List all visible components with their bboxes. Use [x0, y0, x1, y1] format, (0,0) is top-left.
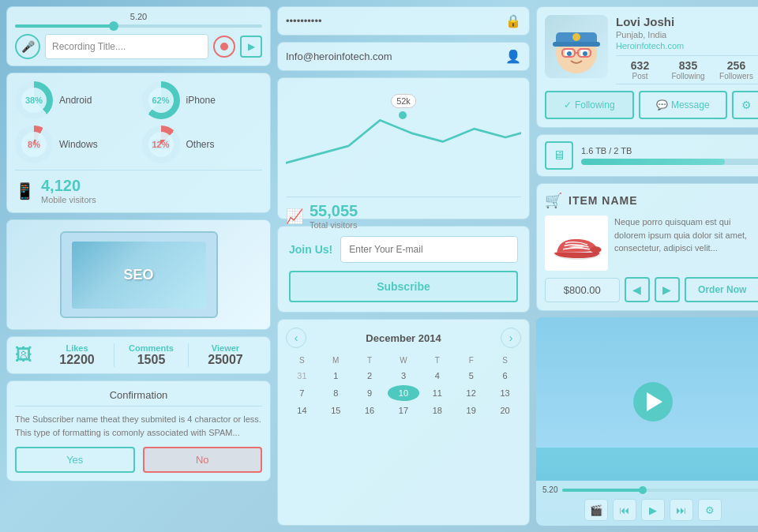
- subscribe-form: Join Us!: [289, 236, 518, 263]
- cal-header-mon: M: [320, 354, 352, 366]
- message-button[interactable]: 💬 Message: [639, 91, 728, 119]
- mobile-visitors-info: 4,120 Mobile visitors: [41, 177, 96, 204]
- quantity-next-button[interactable]: ▶: [655, 277, 680, 302]
- cal-day-4[interactable]: 4: [421, 368, 453, 384]
- cal-day-14[interactable]: 14: [286, 403, 318, 418]
- recording-title-input[interactable]: [45, 34, 208, 59]
- windows-donut: 8%: [15, 126, 53, 163]
- mic-button[interactable]: 🎤: [15, 34, 40, 59]
- laptop-screen: SEO: [72, 242, 206, 309]
- calendar-grid: S M T W T F S 31 1 2 3 4 5 6 7 8 9 10: [286, 354, 521, 418]
- cal-day-7[interactable]: 7: [286, 385, 318, 401]
- svg-rect-2: [553, 42, 600, 47]
- cal-day-11[interactable]: 11: [421, 385, 453, 401]
- viewer-value: 25007: [189, 353, 262, 367]
- cal-day-9[interactable]: 9: [354, 385, 386, 401]
- cal-day-10[interactable]: 10: [388, 385, 420, 401]
- order-now-button[interactable]: Order Now: [685, 277, 759, 302]
- cal-day-5[interactable]: 5: [455, 368, 487, 384]
- recording-bar: 🎤 ▶: [15, 34, 262, 59]
- cal-day-2[interactable]: 2: [354, 368, 386, 384]
- cal-day-19[interactable]: 19: [455, 403, 487, 418]
- windows-pct: 8%: [28, 140, 40, 149]
- cal-day-12[interactable]: 12: [455, 385, 487, 401]
- join-label: Join Us!: [289, 243, 332, 256]
- profile-panel: Lovi Joshi Punjab, India Heroinfotech.co…: [536, 6, 758, 128]
- video-slider-value: 5.20: [542, 485, 557, 494]
- cal-day-17[interactable]: 17: [388, 403, 420, 418]
- calendar-next-button[interactable]: ›: [501, 328, 521, 348]
- video-film-button[interactable]: 🎬: [584, 499, 608, 521]
- slider-track[interactable]: [15, 24, 262, 28]
- storage-bar: [581, 159, 758, 165]
- calendar-month: December 2014: [366, 332, 441, 344]
- confirmation-text: The Subscriber name theat they submited …: [15, 413, 262, 439]
- cal-day-1[interactable]: 1: [320, 368, 352, 384]
- storage-panel: 🖥 1.6 TB / 2 TB: [536, 134, 758, 177]
- record-button[interactable]: [213, 36, 235, 58]
- item-description: Neque porro quisquam est qui dolorem ips…: [614, 215, 758, 271]
- slider-thumb[interactable]: [109, 21, 118, 31]
- cal-day-3[interactable]: 3: [388, 368, 420, 384]
- video-panel: 5.20 🎬 ⏮ ▶ ⏭ ⚙: [536, 317, 758, 526]
- android-donut: 38%: [15, 81, 53, 119]
- viewer-stat: Viewer 25007: [189, 343, 262, 367]
- item-title: ITEM NAME: [568, 194, 638, 207]
- others-donut-inner: 12%: [148, 132, 174, 157]
- following-stat: 835 Following: [664, 59, 712, 81]
- quantity-prev-button[interactable]: ◀: [625, 277, 650, 302]
- cal-day-6[interactable]: 6: [489, 368, 521, 384]
- video-slider-thumb[interactable]: [639, 486, 647, 494]
- iphone-donut: 62%: [142, 81, 180, 119]
- no-button[interactable]: No: [143, 447, 263, 473]
- item-header: 🛒 ITEM NAME: [545, 192, 758, 209]
- likes-value: 12200: [40, 353, 114, 367]
- column-1: 5.20 🎤 ▶ 38%: [6, 6, 271, 526]
- video-play-button[interactable]: [633, 382, 673, 421]
- settings-button[interactable]: ⚙: [732, 91, 758, 119]
- cal-day-13[interactable]: 13: [489, 385, 521, 401]
- video-play-area: [536, 317, 758, 486]
- confirmation-buttons: Yes No: [15, 447, 262, 473]
- subscribe-button[interactable]: Subscribe: [289, 271, 518, 302]
- profile-stats: 632 Post 835 Following 256 Followers: [616, 55, 758, 84]
- cal-header-tue: T: [354, 354, 386, 366]
- posts-stat: 632 Post: [616, 59, 664, 81]
- video-prev-button[interactable]: ⏮: [613, 499, 636, 521]
- subscribe-email-input[interactable]: [340, 236, 518, 263]
- item-footer: $800.00 ◀ ▶ Order Now: [545, 277, 758, 302]
- video-slider-track[interactable]: [562, 489, 758, 492]
- seo-label: SEO: [123, 267, 153, 283]
- cal-header-thu: T: [421, 354, 453, 366]
- item-panel: 🛒 ITEM NAME: [536, 183, 758, 311]
- video-next-button[interactable]: ⏭: [670, 499, 693, 521]
- comments-stat: Comments 1505: [114, 343, 189, 367]
- iphone-donut-inner: 62%: [148, 88, 174, 113]
- seo-background: SEO: [7, 220, 270, 329]
- engagement-stats: Likes 12200 Comments 1505 Viewer 25007: [40, 343, 262, 367]
- cal-day-8[interactable]: 8: [320, 385, 352, 401]
- cal-day-18[interactable]: 18: [421, 403, 453, 418]
- password-input[interactable]: [286, 15, 499, 27]
- cal-day-31[interactable]: 31: [286, 368, 318, 384]
- video-play-ctrl-button[interactable]: ▶: [641, 499, 665, 521]
- chart-totals: 📈 55,055 Total visitors: [286, 197, 521, 230]
- cal-day-16[interactable]: 16: [354, 403, 386, 418]
- cal-day-20[interactable]: 20: [489, 403, 521, 418]
- mobile-visitors-count: 4,120: [41, 177, 96, 195]
- cal-day-15[interactable]: 15: [320, 403, 352, 418]
- following-button[interactable]: ✓ Following: [545, 91, 634, 119]
- yes-button[interactable]: Yes: [15, 447, 135, 473]
- confirmation-panel: Confirmation The Subscriber name theat t…: [6, 380, 271, 481]
- play-button[interactable]: ▶: [240, 36, 262, 58]
- video-settings-button[interactable]: ⚙: [698, 499, 722, 521]
- email-input[interactable]: [286, 51, 499, 62]
- storage-icon-wrap: 🖥: [545, 141, 573, 170]
- calendar-prev-button[interactable]: ‹: [286, 328, 306, 348]
- email-panel: 👤: [277, 42, 530, 71]
- cal-header-sat: S: [489, 354, 521, 366]
- calendar-header: ‹ December 2014 ›: [286, 328, 521, 348]
- storage-fill: [581, 159, 725, 165]
- password-panel: 🔒: [277, 6, 530, 36]
- others-donut: 12%: [142, 126, 180, 163]
